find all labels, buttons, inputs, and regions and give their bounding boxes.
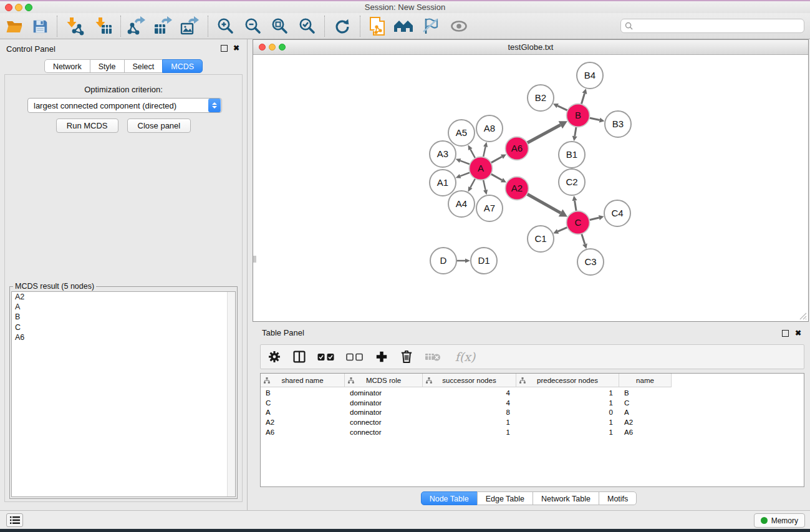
column-header-mcds-role[interactable]: MCDS role (345, 374, 423, 387)
table-cell[interactable]: B (619, 389, 672, 399)
table-cell[interactable]: dominator (345, 399, 423, 409)
result-list-scrollbar[interactable] (227, 292, 235, 496)
table-row-A2[interactable]: A2connector11A2 (261, 418, 672, 428)
table-cell[interactable]: 4 (423, 389, 516, 399)
graph-node-A5[interactable]: A5 (448, 120, 475, 146)
mcds-result-item[interactable]: A (12, 302, 235, 312)
home-icon[interactable] (392, 15, 415, 37)
mcds-result-item[interactable]: B (12, 312, 235, 322)
graph-node-C3[interactable]: C3 (577, 249, 604, 275)
tab-motifs[interactable]: Motifs (599, 491, 637, 505)
graph-edge-B-B3[interactable] (589, 118, 604, 123)
select-all-checkboxes-icon[interactable] (317, 349, 335, 364)
table-cell[interactable]: A2 (261, 418, 345, 428)
table-cell[interactable]: A6 (619, 428, 672, 438)
search-field[interactable] (620, 19, 804, 33)
table-cell[interactable]: B (261, 389, 345, 399)
tab-network[interactable]: Network (44, 59, 90, 73)
import-network-icon[interactable] (64, 15, 86, 37)
float-panel-icon[interactable] (221, 45, 228, 52)
tab-select[interactable]: Select (124, 59, 163, 73)
tab-style[interactable]: Style (90, 59, 125, 73)
node-table[interactable]: shared nameMCDS rolesuccessor nodesprede… (260, 373, 804, 487)
column-header-successor-nodes[interactable]: successor nodes (423, 374, 516, 387)
import-table-icon[interactable] (92, 15, 115, 37)
graph-node-B1[interactable]: B1 (559, 142, 585, 168)
graph-edge-B-B1[interactable] (572, 127, 577, 141)
settings-gear-icon[interactable] (267, 349, 282, 364)
graph-edge-C-C2[interactable] (572, 196, 577, 211)
delete-column-icon[interactable] (399, 349, 414, 364)
deselect-all-checkboxes-icon[interactable] (345, 349, 364, 364)
graph-edge-A6-B[interactable] (527, 121, 567, 143)
refresh-icon[interactable] (330, 15, 353, 37)
table-cell[interactable]: connector (345, 418, 423, 428)
canvas-scrollbar-thumb[interactable] (253, 256, 256, 263)
table-cell[interactable]: connector (345, 428, 423, 438)
graph-node-A7[interactable]: A7 (476, 195, 503, 221)
zoom-out-icon[interactable] (241, 15, 264, 37)
tab-mcds[interactable]: MCDS (162, 59, 203, 73)
table-cell[interactable]: 1 (423, 418, 516, 428)
zoom-window-light[interactable] (25, 4, 32, 11)
graph-node-A[interactable]: A (470, 157, 493, 180)
graph-edge-A-A7[interactable] (483, 180, 488, 195)
task-history-button[interactable] (6, 513, 23, 527)
table-cell[interactable]: A6 (261, 428, 345, 438)
search-input[interactable] (635, 22, 800, 31)
graph-edge-C-C1[interactable] (553, 227, 567, 233)
table-cell[interactable]: A (261, 408, 345, 418)
show-hide-icon[interactable] (448, 15, 470, 37)
columns-icon[interactable] (292, 349, 307, 364)
close-panel-button[interactable]: Close panel (127, 118, 191, 133)
graph-node-B4[interactable]: B4 (577, 62, 603, 89)
graph-node-C2[interactable]: C2 (559, 169, 585, 195)
table-cell[interactable]: dominator (345, 389, 423, 399)
table-cell[interactable]: 1 (423, 428, 516, 438)
table-row-C[interactable]: Cdominator41C (261, 399, 672, 409)
graph-edge-B-B4[interactable] (581, 89, 587, 104)
graph-edge-A-A3[interactable] (456, 158, 470, 164)
graph-node-B[interactable]: B (567, 104, 590, 127)
graph-edge-A-A4[interactable] (468, 178, 476, 191)
toggle-graphics-details-icon[interactable] (419, 15, 441, 37)
column-header-name[interactable]: name (619, 374, 672, 387)
table-cell[interactable]: 1 (516, 428, 619, 438)
table-cell[interactable]: 1 (516, 389, 619, 399)
table-cell[interactable]: 8 (423, 408, 516, 418)
criterion-dropdown[interactable]: largest connected component (directed) (27, 98, 222, 113)
graph-edge-A2-C[interactable] (527, 194, 567, 216)
save-session-icon[interactable] (29, 15, 51, 37)
graph-edge-C-C4[interactable] (589, 215, 604, 220)
graph-edge-A-A1[interactable] (456, 173, 470, 178)
table-cell[interactable]: A (619, 408, 672, 418)
table-cell[interactable]: 1 (516, 418, 619, 428)
table-cell[interactable]: 0 (516, 408, 619, 418)
mcds-result-item[interactable]: A6 (12, 332, 235, 342)
graph-node-B3[interactable]: B3 (605, 111, 631, 137)
table-cell[interactable]: A2 (619, 418, 672, 428)
mcds-result-item[interactable]: C (12, 322, 235, 332)
table-row-A6[interactable]: A6connector11A6 (261, 428, 672, 438)
graph-node-A8[interactable]: A8 (476, 115, 503, 142)
column-header-predecessor-nodes[interactable]: predecessor nodes (516, 374, 619, 387)
float-panel-icon[interactable] (782, 330, 789, 337)
graph-edge-A-A6[interactable] (491, 154, 506, 163)
table-cell[interactable]: C (619, 399, 672, 409)
add-column-icon[interactable] (374, 349, 389, 364)
function-builder-icon[interactable]: f(x) (451, 349, 479, 364)
graph-edge-D-D1[interactable] (456, 258, 470, 263)
table-cell[interactable]: 4 (423, 399, 516, 409)
tab-network-table[interactable]: Network Table (533, 491, 599, 505)
minimize-window-light[interactable] (269, 44, 276, 51)
graph-node-D1[interactable]: D1 (471, 248, 497, 274)
run-mcds-button[interactable]: Run MCDS (56, 118, 118, 133)
graph-node-C4[interactable]: C4 (604, 200, 630, 226)
network-window-titlebar[interactable]: testGlobe.txt (253, 40, 808, 55)
graph-node-C1[interactable]: C1 (528, 226, 554, 252)
graph-node-A2[interactable]: A2 (506, 177, 529, 200)
resize-grip-icon[interactable] (799, 312, 807, 320)
graph-edge-A-A8[interactable] (483, 142, 488, 157)
close-window-light[interactable] (259, 44, 266, 51)
tab-node-table[interactable]: Node Table (421, 491, 478, 505)
